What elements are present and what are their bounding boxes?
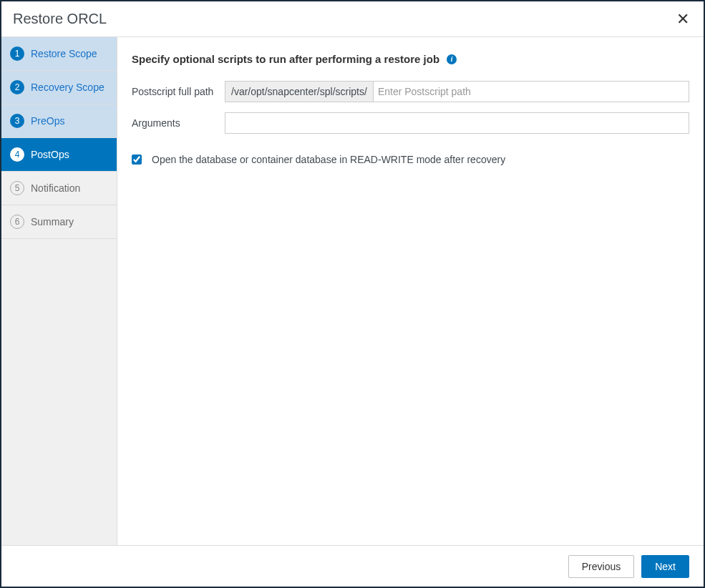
info-icon[interactable]: i — [447, 54, 457, 64]
open-db-checkbox-row: Open the database or container database … — [132, 154, 689, 165]
postscript-path-input[interactable] — [374, 82, 689, 102]
step-label: Notification — [31, 182, 80, 194]
arguments-input[interactable] — [225, 112, 689, 134]
modal-body: 1 Restore Scope 2 Recovery Scope 3 PreOp… — [1, 37, 704, 545]
arguments-label: Arguments — [132, 117, 225, 129]
previous-button[interactable]: Previous — [568, 555, 634, 578]
step-number-icon: 1 — [10, 46, 24, 61]
postscript-path-row: Postscript full path /var/opt/snapcenter… — [132, 81, 689, 102]
step-number-icon: 6 — [10, 215, 24, 229]
modal-title: Restore ORCL — [13, 11, 107, 27]
wizard-sidebar: 1 Restore Scope 2 Recovery Scope 3 PreOp… — [1, 37, 117, 545]
postscript-path-label: Postscript full path — [132, 86, 225, 97]
modal-header: Restore ORCL ✕ — [1, 1, 704, 37]
step-label: PostOps — [31, 149, 69, 160]
close-icon[interactable]: ✕ — [671, 9, 695, 30]
step-label: Recovery Scope — [31, 82, 104, 93]
step-number-icon: 5 — [10, 181, 24, 195]
step-label: Summary — [31, 216, 74, 227]
step-number-icon: 4 — [10, 147, 24, 162]
restore-modal: Restore ORCL ✕ 1 Restore Scope 2 Recover… — [0, 0, 705, 588]
next-button[interactable]: Next — [641, 555, 689, 578]
step-label: PreOps — [31, 115, 64, 127]
heading-text: Specify optional scripts to run after pe… — [132, 53, 439, 65]
sidebar-step-preops[interactable]: 3 PreOps — [1, 104, 117, 138]
step-label: Restore Scope — [31, 48, 97, 59]
arguments-row: Arguments — [132, 112, 689, 134]
sidebar-step-recovery-scope[interactable]: 2 Recovery Scope — [1, 71, 117, 104]
sidebar-step-notification[interactable]: 5 Notification — [1, 172, 117, 205]
sidebar-step-postops[interactable]: 4 PostOps — [1, 138, 117, 172]
step-number-icon: 3 — [10, 114, 24, 128]
step-number-icon: 2 — [10, 80, 24, 94]
modal-footer: Previous Next — [1, 545, 704, 587]
open-db-checkbox-label: Open the database or container database … — [152, 154, 505, 165]
content-heading: Specify optional scripts to run after pe… — [132, 53, 689, 65]
sidebar-step-summary[interactable]: 6 Summary — [1, 205, 117, 239]
open-db-checkbox[interactable] — [132, 155, 142, 165]
postscript-path-group: /var/opt/snapcenter/spl/scripts/ — [225, 81, 689, 102]
postscript-prefix: /var/opt/snapcenter/spl/scripts/ — [225, 82, 374, 102]
content-panel: Specify optional scripts to run after pe… — [117, 37, 704, 545]
sidebar-step-restore-scope[interactable]: 1 Restore Scope — [1, 37, 117, 71]
